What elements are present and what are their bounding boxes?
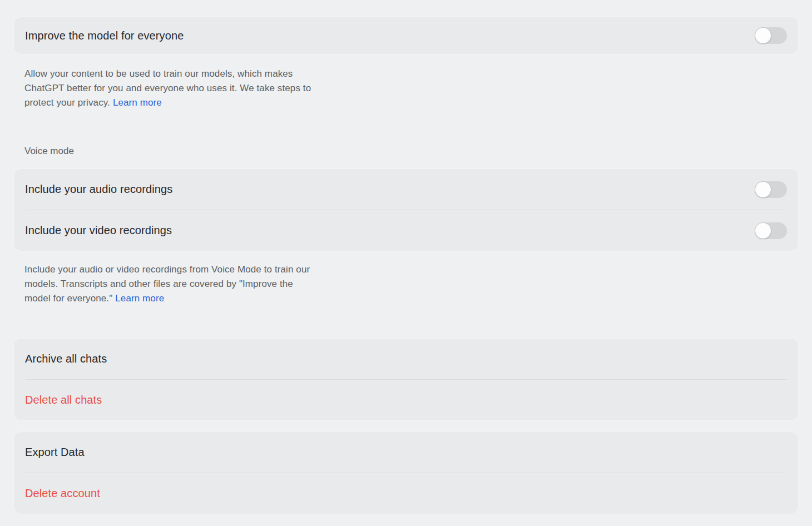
voice-mode-card: Include your audio recordings Include yo…	[13, 168, 799, 251]
delete-all-chats-label: Delete all chats	[25, 394, 102, 406]
description-text: model for everyone."	[24, 293, 112, 304]
description-line: Include your audio or video recordings f…	[24, 262, 799, 277]
account-actions-card: Export Data Delete account	[13, 431, 799, 514]
improve-model-toggle[interactable]	[755, 27, 787, 44]
toggle-knob	[755, 182, 771, 197]
export-data-button[interactable]: Export Data	[14, 432, 798, 473]
voice-mode-learn-more-link[interactable]: Learn more	[115, 293, 164, 304]
video-recordings-toggle[interactable]	[755, 222, 787, 239]
video-recordings-row: Include your video recordings	[14, 210, 798, 251]
archive-all-chats-button[interactable]: Archive all chats	[14, 339, 798, 379]
delete-account-label: Delete account	[25, 487, 100, 500]
toggle-knob	[755, 223, 771, 239]
improve-model-card: Improve the model for everyone	[13, 17, 799, 54]
delete-all-chats-button[interactable]: Delete all chats	[14, 380, 798, 420]
toggle-knob	[755, 28, 771, 43]
delete-account-button[interactable]: Delete account	[14, 473, 798, 514]
chat-actions-card: Archive all chats Delete all chats	[13, 338, 799, 421]
audio-recordings-label: Include your audio recordings	[25, 183, 172, 196]
improve-model-row: Improve the model for everyone	[14, 17, 798, 54]
improve-model-label: Improve the model for everyone	[25, 29, 184, 42]
improve-model-learn-more-link[interactable]: Learn more	[113, 97, 162, 108]
description-line: Allow your content to be used to train o…	[24, 67, 799, 81]
description-line: models. Transcripts and other files are …	[24, 277, 799, 291]
description-line: model for everyone."Learn more	[24, 291, 799, 306]
voice-mode-description: Include your audio or video recordings f…	[24, 262, 799, 306]
audio-recordings-row: Include your audio recordings	[14, 169, 798, 210]
voice-mode-section-label: Voice mode	[24, 144, 799, 158]
audio-recordings-toggle[interactable]	[755, 181, 787, 198]
video-recordings-label: Include your video recordings	[25, 224, 172, 237]
description-line: protect your privacy.Learn more	[24, 96, 799, 110]
archive-all-chats-label: Archive all chats	[25, 353, 107, 365]
data-controls-panel: Improve the model for everyone Allow you…	[0, 0, 812, 525]
description-text: protect your privacy.	[24, 97, 110, 108]
improve-model-description: Allow your content to be used to train o…	[24, 67, 799, 110]
description-line: ChatGPT better for you and everyone who …	[24, 81, 799, 96]
export-data-label: Export Data	[25, 446, 85, 459]
